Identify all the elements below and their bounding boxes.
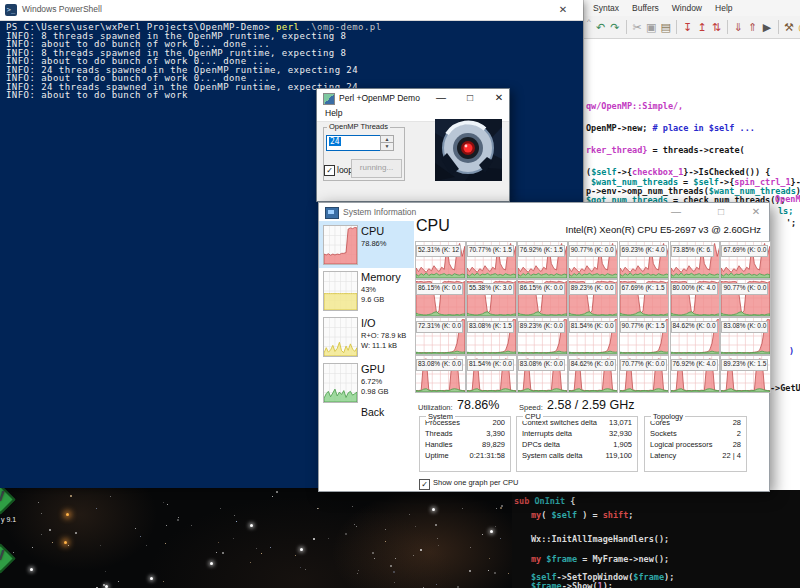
- sidebar-item-gpu[interactable]: GPU6.72%0.98 GB: [323, 361, 414, 407]
- star: [118, 581, 119, 582]
- cpu-core-graph: 70.77% (K: 0.0: [619, 355, 670, 393]
- close-icon[interactable]: ✕: [491, 90, 507, 106]
- find-prev-icon[interactable]: ↥: [695, 19, 708, 35]
- powershell-icon: >_: [5, 4, 17, 16]
- star: [462, 508, 463, 509]
- stats-label: Uptime: [425, 450, 449, 461]
- sysinfo-title: System Information: [343, 207, 416, 217]
- load-session-icon[interactable]: ⇓: [732, 19, 745, 35]
- menu-item-help[interactable]: Help: [715, 3, 732, 13]
- system-information-window[interactable]: System Information — □ ✕ CPU78.86%Memory…: [318, 202, 770, 492]
- stats-row: Sockets2: [645, 428, 746, 439]
- menu-item-buffers[interactable]: Buffers: [632, 3, 659, 13]
- save-session-icon[interactable]: ⇑: [746, 19, 759, 35]
- code-line: Wx::InitAllImageHandlers();: [531, 534, 669, 544]
- star: [420, 549, 422, 551]
- copy-icon[interactable]: ▣: [645, 19, 658, 35]
- undo-icon[interactable]: ↶: [594, 19, 607, 35]
- threads-spin-input[interactable]: 24: [326, 135, 382, 151]
- redo-icon[interactable]: ↷: [608, 19, 621, 35]
- star: [13, 552, 14, 553]
- demo-titlebar[interactable]: Perl +OpenMP Demo — □ ✕: [317, 89, 509, 107]
- cpu-core-graph: 89.23% (K: 0.0: [568, 279, 619, 317]
- powershell-titlebar[interactable]: >_ Windows PowerShell ✕: [0, 0, 583, 21]
- sidebar-item-stat: 43%: [361, 285, 376, 294]
- code-line: rker_thread} = threads->create(: [586, 145, 745, 155]
- star: [270, 547, 271, 548]
- sidebar-item-io[interactable]: I/OR+O: 78.9 kBW: 11.1 kB: [323, 315, 414, 361]
- menu-item-help[interactable]: Help: [325, 108, 342, 118]
- toolbar-separator: [778, 20, 779, 34]
- star: [409, 514, 410, 515]
- minimize-icon[interactable]: —: [433, 90, 449, 106]
- star: [356, 526, 357, 527]
- minimize-icon[interactable]: —: [667, 205, 685, 219]
- star: [110, 496, 111, 497]
- stats-label: Handles: [425, 439, 453, 450]
- run-script-icon[interactable]: ▶: [760, 19, 773, 35]
- cpu-core-graph-label: 83.08% (K: 1.5: [467, 321, 514, 333]
- bright-star: [150, 577, 153, 580]
- show-one-graph-checkbox[interactable]: ✓: [419, 479, 430, 490]
- code-line: qw/OpenMP::Simple/,: [586, 101, 683, 111]
- running-button[interactable]: running...: [351, 159, 402, 178]
- star: [49, 529, 51, 531]
- cpu-core-graph: 89.23% (K: 1.5: [720, 355, 771, 393]
- cpu-core-graph-label: 81.54% (K: 0.0: [569, 321, 616, 333]
- cpu-core-graph-label: 86.15% (K: 0.0: [416, 283, 463, 295]
- cpu-core-graph: 86.15% (K: 0.0: [517, 279, 568, 317]
- star: [165, 543, 166, 544]
- spin-down-icon[interactable]: ▼: [380, 142, 394, 151]
- cpu-core-graph-label: 55.38% (K: 3.0: [467, 283, 514, 295]
- star: [313, 538, 315, 540]
- utilization-value: 78.86%: [457, 398, 499, 412]
- cpu-core-graph: 90.77% (K: 0.0: [720, 279, 771, 317]
- maximize-icon[interactable]: □: [712, 205, 730, 219]
- sidebar-item-stat: 6.72%: [361, 377, 382, 386]
- star: [436, 584, 437, 585]
- scroll-up-icon[interactable]: ^: [587, 17, 591, 26]
- cpu-core-graph-label: 89.23% (K: 0.0: [569, 283, 616, 295]
- perl-openmp-demo-window[interactable]: Perl +OpenMP Demo — □ ✕ Help OpenMP Thre…: [316, 88, 510, 202]
- menu-item-syntax[interactable]: Syntax: [593, 3, 619, 13]
- dark-code-editor-window[interactable]: sub OnInit {my( $self ) = shift;Wx::Init…: [512, 490, 800, 588]
- star: [438, 545, 439, 546]
- star: [140, 536, 141, 537]
- make-icon[interactable]: ⚒: [782, 19, 795, 35]
- star: [501, 505, 503, 507]
- menu-item-window[interactable]: Window: [672, 3, 702, 13]
- sidebar-item-name: GPU: [361, 363, 385, 375]
- star: [437, 538, 438, 539]
- find-next-icon[interactable]: ↧: [681, 19, 694, 35]
- star: [256, 548, 257, 549]
- loop-checkbox[interactable]: ✓: [324, 165, 335, 176]
- desktop-icon-gvim-2[interactable]: V: [0, 545, 13, 571]
- stats-label: DPCs delta: [522, 439, 560, 450]
- star: [385, 529, 386, 530]
- sidebar-item-stat: R+O: 78.9 kB: [361, 331, 406, 340]
- cpu-core-graph-label: 76.92% (K: 1.5: [518, 245, 565, 257]
- show-one-graph-label: Show one graph per CPU: [433, 478, 518, 487]
- sidebar-item-cpu[interactable]: CPU78.86%: [323, 223, 414, 269]
- stats-value: 200: [492, 417, 505, 428]
- sysinfo-titlebar[interactable]: System Information — □ ✕: [319, 203, 769, 221]
- speed-label: Speed:: [519, 403, 543, 412]
- star: [328, 538, 329, 539]
- star: [191, 525, 192, 526]
- sidebar-item-memory[interactable]: Memory43%9.6 GB: [323, 269, 414, 315]
- close-icon[interactable]: ✕: [747, 205, 765, 219]
- close-icon[interactable]: ✕: [555, 2, 571, 18]
- cpu-core-graph: 86.15% (K: 0.0: [415, 279, 466, 317]
- star: [318, 508, 319, 509]
- stats-row: System calls delta119,100: [517, 450, 637, 461]
- maximize-icon[interactable]: □: [462, 90, 478, 106]
- desktop-icon-gvim[interactable]: V: [0, 486, 13, 512]
- back-button[interactable]: Back: [361, 406, 384, 418]
- gvim-menubar: SyntaxBuffersWindowHelp: [584, 0, 800, 16]
- toolbar-separator: [626, 20, 627, 34]
- find-replace-icon[interactable]: ⇅: [710, 19, 723, 35]
- star: [100, 545, 101, 546]
- cut-icon[interactable]: ✂: [630, 19, 643, 35]
- paste-icon[interactable]: ▤: [659, 19, 672, 35]
- star: [393, 571, 395, 573]
